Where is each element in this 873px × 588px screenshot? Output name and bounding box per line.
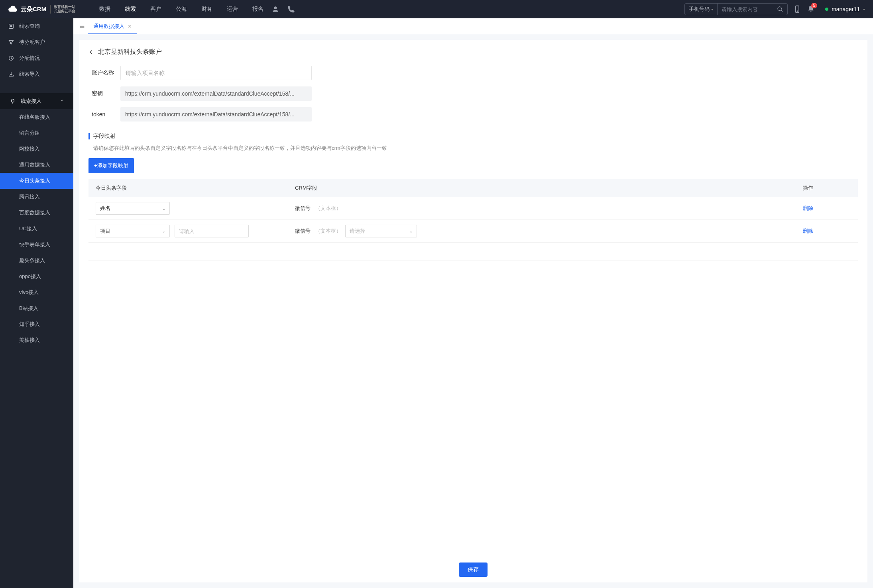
sidebar-sub-meiyou[interactable]: 美柚接入: [0, 332, 73, 348]
svg-point-0: [274, 6, 277, 9]
sidebar-sub-kuaishou[interactable]: 快手表单接入: [0, 237, 73, 253]
sidebar-sub-zhihu[interactable]: 知乎接入: [0, 316, 73, 332]
crm-field-select[interactable]: 请选择 ⌄: [345, 225, 417, 237]
top-nav: 数据 线索 客户 公海 财务 运营 报名: [99, 6, 263, 13]
footer: 保存: [79, 563, 867, 577]
chevron-down-icon: ▾: [863, 7, 865, 12]
phone-icon[interactable]: [287, 5, 295, 13]
username: manager11: [832, 6, 860, 12]
nav-item-operations[interactable]: 运营: [227, 6, 238, 13]
section-description: 请确保您在此填写的头条自定义字段名称与在今日头条平台中自定义的字段名称一致，并且…: [88, 145, 858, 152]
col-action: 操作: [803, 184, 851, 192]
nav-item-customers[interactable]: 客户: [150, 6, 161, 13]
sidebar-sub-general[interactable]: 通用数据接入: [0, 157, 73, 173]
account-name-label: 账户名称: [92, 69, 120, 76]
key-input[interactable]: [120, 86, 312, 101]
sidebar-sub-bilibili[interactable]: B站接入: [0, 300, 73, 316]
svg-point-1: [778, 7, 781, 10]
sidebar: 线索查询 待分配客户 分配情况 线索导入 线索接入 ⌃ 在线客服接入 留言分组 …: [0, 18, 73, 588]
logo-subtitle: 教育机构一站式服务云平台: [50, 5, 75, 14]
user-menu[interactable]: manager11 ▾: [825, 6, 865, 12]
bell-icon[interactable]: 5: [807, 5, 815, 13]
mapping-table: 今日头条字段 CRM字段 操作 姓名 ⌄ 微信号 （文本框）: [88, 179, 858, 261]
save-button[interactable]: 保存: [459, 563, 488, 577]
col-toutiao-field: 今日头条字段: [96, 184, 295, 192]
sidebar-sub-oppo[interactable]: oppo接入: [0, 269, 73, 284]
nav-item-sea[interactable]: 公海: [176, 6, 187, 13]
sidebar-sub-vivo[interactable]: vivo接入: [0, 284, 73, 300]
header: 云朵CRM 教育机构一站式服务云平台 数据 线索 客户 公海 财务 运营 报名 …: [0, 0, 873, 18]
sidebar-sub-online[interactable]: 在线客服接入: [0, 109, 73, 125]
logo[interactable]: 云朵CRM 教育机构一站式服务云平台: [8, 4, 75, 14]
chart-icon: [8, 55, 14, 61]
sidebar-sub-uc[interactable]: UC接入: [0, 221, 73, 237]
page-header: 北京昱新科技头条账户: [79, 40, 867, 66]
search-type-select[interactable]: 手机号码▾: [685, 6, 717, 13]
logo-text: 云朵CRM: [21, 6, 46, 13]
search-button[interactable]: [773, 6, 787, 12]
delete-link[interactable]: 删除: [803, 228, 813, 234]
mobile-icon[interactable]: [793, 5, 801, 13]
chevron-down-icon: ⌄: [162, 229, 165, 233]
chevron-up-icon: ⌃: [61, 99, 64, 104]
token-label: token: [92, 111, 120, 118]
delete-link[interactable]: 删除: [803, 205, 813, 211]
sidebar-section-access[interactable]: 线索接入 ⌃: [0, 93, 73, 109]
account-name-input[interactable]: [120, 66, 312, 80]
add-mapping-button[interactable]: +添加字段映射: [88, 158, 134, 173]
chevron-down-icon: ▾: [711, 7, 713, 12]
tabs-bar: 通用数据接入 ✕: [73, 18, 873, 34]
sidebar-sub-tencent[interactable]: 腾讯接入: [0, 189, 73, 205]
mapping-section: 字段映射 请确保您在此填写的头条自定义字段名称与在今日头条平台中自定义的字段名称…: [79, 133, 867, 261]
sidebar-sub-message[interactable]: 留言分组: [0, 125, 73, 141]
search-input[interactable]: [717, 4, 773, 15]
svg-point-3: [797, 11, 798, 12]
back-button[interactable]: [88, 49, 94, 55]
list-icon: [8, 23, 14, 29]
crm-field-name: 微信号: [295, 227, 311, 235]
main: 通用数据接入 ✕ 北京昱新科技头条账户 账户名称 密钥 token: [73, 18, 873, 588]
sidebar-item-distribution[interactable]: 分配情况: [0, 50, 73, 66]
sidebar-sub-qutoutiao[interactable]: 趣头条接入: [0, 253, 73, 269]
section-bar-icon: [88, 133, 90, 139]
toutiao-field-select[interactable]: 姓名 ⌄: [96, 202, 170, 215]
tabs-menu-icon[interactable]: [77, 21, 88, 32]
online-dot-icon: [825, 8, 828, 11]
close-icon[interactable]: ✕: [128, 24, 132, 29]
col-crm-field: CRM字段: [295, 184, 803, 192]
cloud-icon: [8, 4, 18, 14]
filter-icon: [8, 39, 14, 45]
extra-input[interactable]: [175, 225, 249, 237]
table-header: 今日头条字段 CRM字段 操作: [88, 179, 858, 197]
section-title: 字段映射: [93, 133, 116, 140]
search-box: 手机号码▾: [684, 3, 788, 15]
chevron-down-icon: ⌄: [162, 206, 165, 211]
table-row: 姓名 ⌄ 微信号 （文本框） 删除: [88, 197, 858, 220]
table-row: 项目 ⌄ 微信号 （文本框） 请选择 ⌄ 删除: [88, 220, 858, 243]
crm-field-type: （文本框）: [315, 205, 341, 212]
plug-icon: [10, 98, 16, 104]
nav-item-leads[interactable]: 线索: [125, 6, 136, 13]
account-form: 账户名称 密钥 token: [79, 66, 867, 122]
sidebar-item-pending[interactable]: 待分配客户: [0, 34, 73, 50]
tab-general-data[interactable]: 通用数据接入 ✕: [88, 18, 137, 34]
crm-field-name: 微信号: [295, 205, 311, 212]
header-right: 手机号码▾ 5 manager11 ▾: [684, 3, 865, 15]
sidebar-item-lead-search[interactable]: 线索查询: [0, 18, 73, 34]
sidebar-item-import[interactable]: 线索导入: [0, 66, 73, 82]
toutiao-field-select[interactable]: 项目 ⌄: [96, 225, 170, 237]
import-icon: [8, 71, 14, 77]
nav-item-signup[interactable]: 报名: [252, 6, 263, 13]
sidebar-sub-school[interactable]: 网校接入: [0, 141, 73, 157]
nav-item-finance[interactable]: 财务: [201, 6, 212, 13]
notif-badge: 5: [811, 3, 818, 8]
nav-item-data[interactable]: 数据: [99, 6, 110, 13]
key-label: 密钥: [92, 90, 120, 97]
sidebar-sub-baidu[interactable]: 百度数据接入: [0, 205, 73, 221]
table-row-empty: [88, 243, 858, 261]
crm-field-type: （文本框）: [315, 227, 341, 235]
user-icon[interactable]: [271, 5, 279, 13]
sidebar-sub-toutiao[interactable]: 今日头条接入: [0, 173, 73, 189]
section-header: 字段映射: [88, 133, 858, 140]
token-input[interactable]: [120, 107, 312, 122]
